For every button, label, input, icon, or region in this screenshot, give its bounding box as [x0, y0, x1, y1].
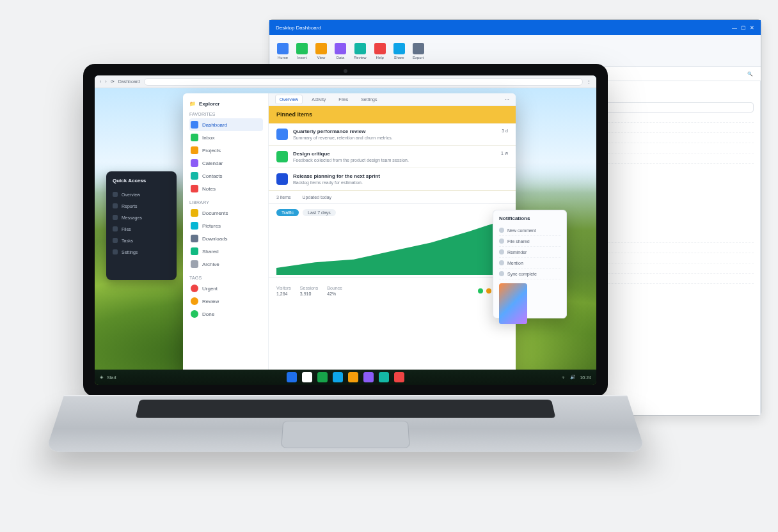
- taskbar-app[interactable]: [317, 372, 328, 382]
- tab-settings[interactable]: Settings: [357, 95, 381, 104]
- tab-label[interactable]: Dashboard: [118, 79, 140, 84]
- reload-icon[interactable]: ⟳: [111, 79, 115, 84]
- notification-item[interactable]: Reminder: [499, 247, 560, 258]
- sidebar-item-tag[interactable]: Review: [189, 295, 263, 308]
- start-label: Start: [107, 375, 116, 380]
- forward-icon[interactable]: ›: [105, 79, 106, 84]
- trackpad[interactable]: [281, 421, 410, 448]
- ribbon-item[interactable]: Share: [393, 43, 405, 59]
- address-bar[interactable]: [144, 78, 583, 86]
- tab-overview[interactable]: Overview: [275, 95, 303, 104]
- sidebar-item-tag[interactable]: Urgent: [189, 282, 263, 295]
- close-icon[interactable]: ✕: [750, 25, 754, 31]
- taskbar-app[interactable]: [363, 372, 374, 382]
- row-meta: 3 d: [502, 129, 508, 133]
- notification-item[interactable]: File shared: [499, 236, 560, 247]
- notification-item[interactable]: New comment: [499, 225, 560, 236]
- search-icon[interactable]: 🔍: [747, 72, 753, 77]
- start-button[interactable]: ◈: [100, 375, 103, 380]
- more-icon[interactable]: ⋯: [505, 97, 509, 102]
- monitor-title: Desktop Dashboard: [276, 25, 321, 31]
- tab-activity[interactable]: Activity: [308, 95, 329, 104]
- taskbar-app[interactable]: [379, 372, 389, 382]
- panel-item[interactable]: Tasks: [113, 235, 170, 246]
- sidebar-item-projects[interactable]: Projects: [189, 144, 263, 157]
- sidebar-group-label: LIBRARY: [189, 200, 263, 205]
- browser-chrome: ‹ › ⟳ Dashboard ⋮: [95, 75, 596, 88]
- panel-item[interactable]: Files: [113, 223, 170, 235]
- ribbon-item[interactable]: Insert: [296, 43, 308, 59]
- laptop: ‹ › ⟳ Dashboard ⋮ Quick Access Overview …: [83, 64, 608, 473]
- square-icon: [191, 222, 198, 230]
- sidebar-item-notes[interactable]: Notes: [189, 182, 263, 195]
- pinned-row[interactable]: Release planning for the next sprintBack…: [269, 168, 516, 191]
- panel-item[interactable]: Messages: [113, 212, 170, 223]
- stat-bounce: Bounce42%: [327, 286, 342, 296]
- wifi-icon[interactable]: ᯤ: [562, 375, 566, 380]
- sidebar-item-tag[interactable]: Done: [189, 308, 263, 320]
- pinned-row[interactable]: Design critiqueFeedback collected from t…: [269, 146, 516, 168]
- ribbon-item[interactable]: Data: [335, 43, 346, 59]
- ribbon-item[interactable]: Help: [374, 43, 386, 59]
- taskbar-app[interactable]: [348, 372, 358, 382]
- square-icon: [191, 235, 198, 242]
- dot-icon: [486, 288, 491, 293]
- app-main: Overview Activity Files Settings ⋯ Pinne…: [269, 93, 516, 384]
- sidebar-group-label: FAVORITES: [189, 112, 263, 116]
- dot-icon: [113, 203, 118, 208]
- camera-icon: [344, 69, 347, 73]
- sidebar-item-shared[interactable]: Shared: [189, 245, 263, 258]
- sidebar-item-pictures[interactable]: Pictures: [189, 219, 263, 232]
- ribbon-item[interactable]: View: [315, 43, 327, 59]
- sidebar-item-calendar[interactable]: Calendar: [189, 157, 263, 169]
- app-window: 📁 Explorer FAVORITES Dashboard Inbox Pro…: [183, 93, 516, 384]
- square-icon: [191, 247, 198, 255]
- dot-icon: [191, 285, 198, 292]
- taskbar-app[interactable]: [287, 372, 297, 382]
- clock[interactable]: 10:24: [580, 375, 591, 380]
- notification-item[interactable]: Sync complete: [499, 269, 560, 279]
- sidebar-item-contacts[interactable]: Contacts: [189, 169, 263, 182]
- stat-sessions: Sessions3,910: [300, 286, 318, 296]
- chart-pill[interactable]: Traffic: [276, 209, 299, 216]
- back-icon[interactable]: ‹: [100, 79, 101, 84]
- sidebar-item-archive[interactable]: Archive: [189, 258, 263, 270]
- ribbon-item[interactable]: Review: [354, 43, 367, 59]
- monitor-ribbon: Home Insert View Data Review Help Share …: [269, 35, 761, 67]
- card-heading: Pinned items: [269, 106, 516, 123]
- chart-card: Traffic Last 7 days: [269, 203, 516, 278]
- sidebar-item-inbox[interactable]: Inbox: [189, 131, 263, 144]
- ribbon-item[interactable]: Export: [413, 43, 424, 59]
- ribbon-item[interactable]: Home: [277, 43, 289, 59]
- tab-files[interactable]: Files: [335, 95, 352, 104]
- panel-item[interactable]: Overview: [113, 189, 170, 200]
- laptop-screen: ‹ › ⟳ Dashboard ⋮ Quick Access Overview …: [95, 75, 596, 385]
- badge-icon: [276, 173, 288, 185]
- dot-icon: [499, 228, 504, 233]
- badge-icon: [276, 151, 288, 162]
- panel-item[interactable]: Settings: [113, 246, 170, 258]
- taskbar-app[interactable]: [394, 372, 404, 382]
- taskbar-app[interactable]: [302, 372, 312, 382]
- folder-icon: 📁: [189, 101, 196, 107]
- taskbar-app[interactable]: [333, 372, 343, 382]
- chart-range[interactable]: Last 7 days: [303, 209, 336, 216]
- sidebar-item-downloads[interactable]: Downloads: [189, 232, 263, 245]
- preview-thumbnail[interactable]: [499, 283, 527, 324]
- sidebar-item-dashboard[interactable]: Dashboard: [189, 118, 263, 131]
- menu-icon[interactable]: ⋮: [587, 79, 591, 84]
- sound-icon[interactable]: 🔊: [570, 375, 576, 380]
- laptop-bezel: ‹ › ⟳ Dashboard ⋮ Quick Access Overview …: [83, 64, 608, 396]
- dot-icon: [113, 238, 118, 243]
- square-icon: [191, 134, 198, 141]
- max-icon[interactable]: ▢: [741, 25, 746, 31]
- sidebar-item-documents[interactable]: Documents: [189, 207, 263, 219]
- square-icon: [191, 260, 198, 268]
- pinned-row[interactable]: Quarterly performance reviewSummary of r…: [269, 123, 516, 146]
- panel-heading: Notifications: [499, 215, 560, 221]
- dot-icon: [478, 288, 483, 293]
- notification-item[interactable]: Mention: [499, 258, 560, 269]
- dot-icon: [499, 260, 504, 265]
- panel-item[interactable]: Reports: [113, 200, 170, 212]
- min-icon[interactable]: —: [732, 25, 737, 31]
